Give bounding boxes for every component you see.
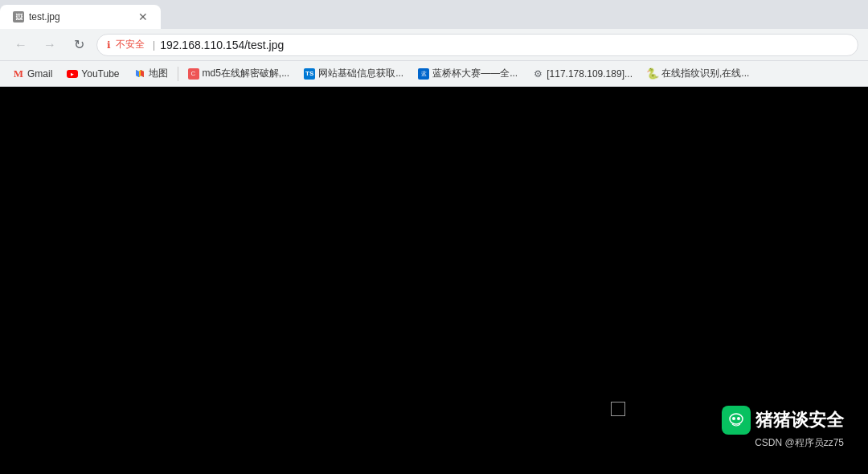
youtube-icon xyxy=(67,68,78,80)
bookmark-gmail-label: Gmail xyxy=(27,68,52,80)
watermark-main: 猪猪谈安全 xyxy=(722,406,844,435)
address-bar-row: ← → ↻ ℹ 不安全 | 192.168.110.154/test.jpg xyxy=(0,29,868,61)
gear-icon: ⚙ xyxy=(532,68,543,80)
lanqiao-icon: 蓝 xyxy=(418,68,429,80)
svg-point-6 xyxy=(730,414,743,424)
bookmark-website-info-label: 网站基础信息获取... xyxy=(318,67,403,80)
watermark: 猪猪谈安全 CSDN @程序员zz75 xyxy=(722,406,844,450)
bookmarks-bar: M Gmail YouTube 地图 C xyxy=(0,61,868,87)
image-artifact-square xyxy=(611,402,625,416)
bookmark-gmail[interactable]: M Gmail xyxy=(6,66,59,82)
bookmark-md5[interactable]: C md5在线解密破解,... xyxy=(182,64,297,83)
forward-button[interactable]: → xyxy=(39,34,61,56)
watermark-subtitle: CSDN @程序员zz75 xyxy=(755,436,844,450)
address-bar[interactable]: ℹ 不安全 | 192.168.110.154/test.jpg xyxy=(96,34,858,56)
tab-favicon: 🖼 xyxy=(13,11,24,22)
main-content: 猪猪谈安全 CSDN @程序员zz75 xyxy=(0,87,868,474)
python-icon: 🐍 xyxy=(647,68,658,80)
bookmarks-divider xyxy=(178,67,178,81)
svg-point-5 xyxy=(737,417,740,420)
bookmark-maps[interactable]: 地图 xyxy=(128,64,174,83)
insecure-label: 不安全 xyxy=(116,38,145,51)
separator: | xyxy=(153,39,155,51)
md5-icon: C xyxy=(188,68,199,80)
bookmark-lanqiao[interactable]: 蓝 蓝桥杯大赛——全... xyxy=(411,64,524,83)
bookmark-youtube-label: YouTube xyxy=(81,68,119,80)
browser-frame: 🖼 test.jpg ✕ ← → ↻ ℹ 不安全 | 192.168.110.1… xyxy=(0,0,868,474)
bookmark-md5-label: md5在线解密破解,... xyxy=(203,67,290,80)
bookmark-lanqiao-label: 蓝桥杯大赛——全... xyxy=(432,67,518,80)
tab-close-button[interactable]: ✕ xyxy=(138,10,148,23)
tab-bar: 🖼 test.jpg ✕ xyxy=(0,0,868,29)
bookmark-youtube[interactable]: YouTube xyxy=(60,66,125,82)
bookmark-website-info[interactable]: TS 网站基础信息获取... xyxy=(297,64,410,83)
insecure-icon: ℹ xyxy=(107,39,111,51)
wechat-icon xyxy=(722,406,751,435)
bookmark-fingerprint-label: 在线指纹识别,在线... xyxy=(661,67,749,80)
bookmark-maps-label: 地图 xyxy=(149,67,168,80)
svg-marker-1 xyxy=(136,70,139,77)
bookmark-ip-label: [117.178.109.189]... xyxy=(547,68,633,80)
bookmark-fingerprint[interactable]: 🐍 在线指纹识别,在线... xyxy=(641,64,755,83)
maps-icon xyxy=(134,68,145,80)
active-tab[interactable]: 🖼 test.jpg ✕ xyxy=(0,5,161,29)
address-text: 192.168.110.154/test.jpg xyxy=(160,39,284,51)
tab-title: test.jpg xyxy=(29,11,130,22)
reload-button[interactable]: ↻ xyxy=(68,34,90,56)
back-button[interactable]: ← xyxy=(10,34,32,56)
gmail-icon: M xyxy=(13,68,24,80)
bookmark-ip[interactable]: ⚙ [117.178.109.189]... xyxy=(526,66,639,82)
ts-icon: TS xyxy=(304,68,315,80)
svg-marker-3 xyxy=(141,70,144,77)
svg-point-4 xyxy=(732,417,735,420)
watermark-title: 猪猪谈安全 xyxy=(755,408,844,432)
